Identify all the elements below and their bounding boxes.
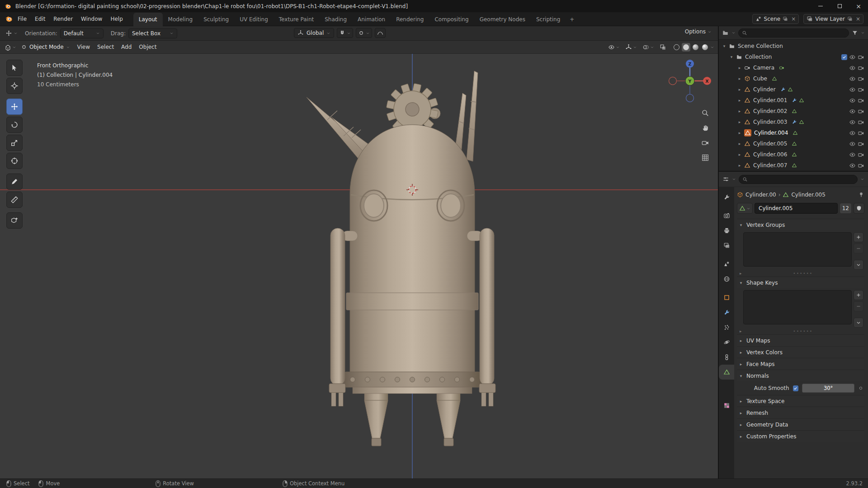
outliner-item-label[interactable]: Cylinder.003: [753, 119, 787, 125]
browse-mesh-data-button[interactable]: [737, 203, 753, 214]
workspace-tab-uv-editing[interactable]: UV Editing: [234, 13, 274, 26]
mode-dropdown[interactable]: Object Mode: [17, 44, 74, 50]
outliner-row-cylinder[interactable]: ▸ Cylinder: [719, 84, 868, 95]
outliner-item-label[interactable]: Cylinder.002: [753, 108, 787, 114]
workspace-tab-layout[interactable]: Layout: [133, 13, 163, 26]
add-workspace-button[interactable]: +: [566, 13, 578, 26]
collapse-arrow-icon[interactable]: ▾: [722, 44, 727, 48]
shape-key-specials-button[interactable]: [854, 318, 863, 328]
workspace-tab-shading[interactable]: Shading: [319, 13, 352, 26]
rotate-tool[interactable]: [6, 117, 23, 133]
render-visibility-icon[interactable]: [858, 54, 864, 61]
menu-render[interactable]: Render: [49, 12, 77, 26]
shading-wireframe-button[interactable]: [672, 43, 681, 52]
outliner-item-label[interactable]: Cylinder.004: [754, 130, 788, 136]
navigation-gizmo[interactable]: Z X Y: [667, 57, 712, 104]
eye-icon[interactable]: [849, 54, 856, 61]
orientation-dropdown[interactable]: Default: [60, 28, 104, 38]
workspace-tab-geometry-nodes[interactable]: Geometry Nodes: [474, 13, 531, 26]
eye-icon[interactable]: [849, 141, 856, 147]
outliner-item-label[interactable]: Cylinder: [753, 86, 776, 93]
workspace-tab-scripting[interactable]: Scripting: [531, 13, 566, 26]
xray-toggle[interactable]: [657, 42, 669, 52]
outliner-item-label[interactable]: Cylinder.001: [753, 97, 787, 103]
measure-tool[interactable]: [6, 192, 23, 208]
outliner-editor-icon[interactable]: [722, 29, 729, 36]
section-vertex-colors[interactable]: ▸ Vertex Colors: [737, 346, 864, 358]
render-visibility-icon[interactable]: [858, 86, 864, 93]
properties-tab-tool[interactable]: [719, 190, 734, 205]
overlays-dropdown[interactable]: [640, 42, 656, 52]
workspace-tab-animation[interactable]: Animation: [352, 13, 391, 26]
section-custom-properties[interactable]: ▸ Custom Properties: [737, 430, 864, 442]
move-tool[interactable]: [6, 99, 23, 115]
outliner-row-cylinder-007[interactable]: ▸ Cylinder.007: [719, 160, 868, 171]
outliner-row-cylinder-006[interactable]: ▸ Cylinder.006: [719, 149, 868, 160]
object-icon[interactable]: [737, 192, 743, 198]
render-visibility-icon[interactable]: [858, 75, 864, 82]
pan-hand-icon[interactable]: [701, 124, 709, 132]
chevron-down-icon[interactable]: [12, 45, 16, 49]
snap-toggle[interactable]: [337, 28, 353, 38]
expand-arrow-icon[interactable]: ▸: [737, 109, 742, 113]
chevron-down-icon[interactable]: [14, 31, 18, 35]
outliner-search-input[interactable]: [750, 30, 845, 36]
outliner-row-camera[interactable]: ▸ Camera: [719, 62, 868, 73]
transform-tool[interactable]: [6, 153, 23, 169]
eye-icon[interactable]: [849, 86, 856, 93]
workspace-tab-compositing[interactable]: Compositing: [429, 13, 474, 26]
view-layer-selector[interactable]: View Layer ×: [803, 14, 863, 24]
select-box-tool[interactable]: [6, 60, 23, 76]
remove-shape-key-button[interactable]: [854, 301, 863, 311]
annotate-tool[interactable]: [6, 174, 23, 190]
menu-window[interactable]: Window: [77, 12, 106, 26]
properties-search-input[interactable]: [750, 176, 854, 183]
breadcrumb-data[interactable]: Cylinder.005: [791, 192, 825, 198]
section-geometry-data[interactable]: ▸ Geometry Data: [737, 418, 864, 430]
properties-tab-view-layer[interactable]: [719, 238, 734, 253]
pin-icon[interactable]: [858, 192, 864, 198]
viewport-3d-view[interactable]: [0, 54, 718, 479]
properties-tab-texture[interactable]: [719, 398, 734, 413]
resize-grip-icon[interactable]: ••••••: [742, 329, 864, 333]
add-cube-tool[interactable]: [6, 212, 23, 229]
properties-tab-world[interactable]: [719, 272, 734, 286]
section-shape-keys[interactable]: ▾ Shape Keys: [737, 277, 864, 288]
expand-arrow-icon[interactable]: ▸: [737, 163, 742, 168]
chevron-down-icon[interactable]: [347, 31, 351, 35]
users-count-badge[interactable]: 12: [840, 203, 852, 214]
expand-arrow-icon[interactable]: ▸: [737, 87, 742, 92]
menu-file[interactable]: File: [14, 12, 31, 26]
menu-help[interactable]: Help: [106, 12, 127, 26]
render-visibility-icon[interactable]: [858, 151, 864, 158]
falloff-button[interactable]: [375, 28, 386, 38]
collection-checkbox[interactable]: [841, 54, 847, 60]
eye-icon[interactable]: [849, 130, 856, 136]
menu-add[interactable]: Add: [118, 41, 135, 53]
data-name-field[interactable]: [755, 203, 838, 214]
section-texture-space[interactable]: ▸ Texture Space: [737, 395, 864, 407]
outliner-row-cylinder-004-active[interactable]: ▸ Cylinder.004: [719, 127, 868, 138]
outliner-item-label[interactable]: Cylinder.005: [753, 141, 787, 147]
resize-grip-icon[interactable]: ••••••: [742, 271, 864, 276]
eye-icon[interactable]: [849, 75, 856, 82]
section-uv-maps[interactable]: ▸ UV Maps: [737, 334, 864, 346]
eye-icon[interactable]: [849, 162, 856, 169]
outliner-item-label[interactable]: Collection: [745, 54, 772, 60]
add-vertex-group-button[interactable]: [854, 232, 863, 242]
outliner-row-scene-collection[interactable]: ▾ Scene Collection: [719, 41, 868, 52]
eye-icon[interactable]: [849, 65, 856, 71]
expand-arrow-icon[interactable]: ▸: [737, 76, 742, 81]
render-visibility-icon[interactable]: [858, 119, 864, 126]
properties-tab-object-data[interactable]: [719, 365, 734, 380]
auto-smooth-angle-slider[interactable]: 30°: [802, 384, 854, 393]
menu-select[interactable]: Select: [94, 41, 118, 53]
expand-arrow-icon[interactable]: ▸: [737, 152, 742, 157]
render-visibility-icon[interactable]: [858, 97, 864, 104]
vertex-groups-list[interactable]: [743, 232, 852, 267]
menu-view[interactable]: View: [74, 41, 94, 53]
remove-view-layer-icon[interactable]: ×: [856, 16, 860, 22]
properties-editor-icon[interactable]: [722, 176, 729, 183]
render-visibility-icon[interactable]: [858, 162, 864, 169]
expand-arrow-icon[interactable]: ▸: [737, 141, 742, 146]
